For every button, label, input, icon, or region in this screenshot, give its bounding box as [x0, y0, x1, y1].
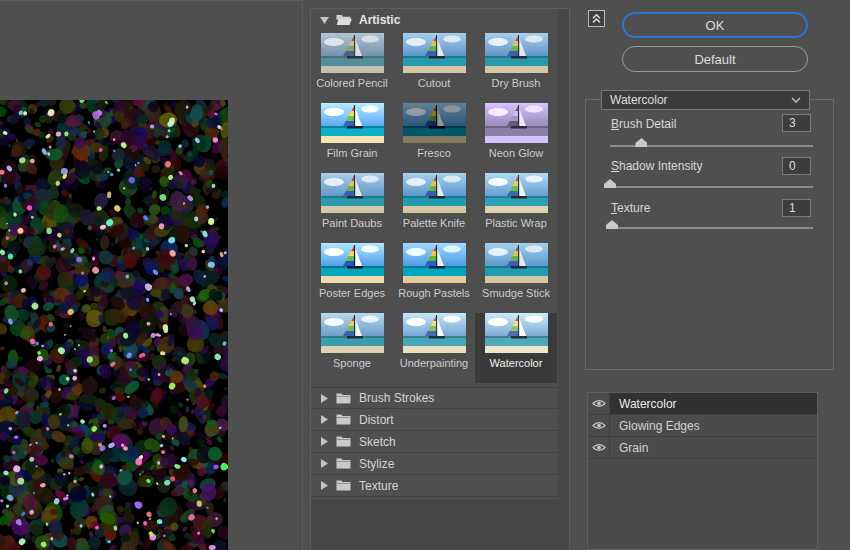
panel-top-bevel: [0, 0, 302, 1]
filter-gallery-list: Artistic Colored Pencil: [311, 9, 558, 500]
filter-gallery-panel: Artistic Colored Pencil: [310, 8, 570, 550]
thumbnail-image: [485, 313, 548, 353]
brush-detail-value[interactable]: 3: [782, 114, 811, 132]
shadow-intensity-slider-track[interactable]: [610, 186, 813, 188]
thumbnail-label: Dry Brush: [492, 77, 541, 89]
filter-options-groupbox: [585, 99, 834, 370]
collapsed-triangle-icon: [320, 459, 328, 468]
thumbnail-image: [321, 103, 384, 143]
collapsed-triangle-icon: [320, 437, 328, 446]
filter-thumb-rough-pastels[interactable]: Rough Pastels: [393, 243, 475, 313]
filter-thumb-fresco[interactable]: Fresco: [393, 103, 475, 173]
thumbnail-image: [403, 173, 466, 213]
thumbnail-image: [403, 313, 466, 353]
category-label: Brush Strokes: [359, 391, 434, 405]
thumbnail-image: [403, 33, 466, 73]
category-label: Distort: [359, 413, 394, 427]
chevron-down-icon: [791, 97, 801, 103]
filter-thumb-sponge[interactable]: Sponge: [311, 313, 393, 383]
texture-label: Texture: [611, 201, 650, 215]
collapsed-triangle-icon: [320, 394, 328, 403]
category-distort[interactable]: Distort: [311, 409, 558, 431]
brush-detail-label: Brush Detail: [611, 117, 676, 131]
category-label: Texture: [359, 479, 398, 493]
thumbnail-label: Smudge Stick: [482, 287, 550, 299]
thumbnail-label: Colored Pencil: [316, 77, 388, 89]
dropdown-selected-value: Watercolor: [610, 93, 791, 107]
eye-icon: [592, 443, 606, 452]
filter-thumb-plastic-wrap[interactable]: Plastic Wrap: [475, 173, 557, 243]
thumbnail-label: Neon Glow: [489, 147, 543, 159]
open-folder-icon: [336, 14, 352, 26]
thumbnail-image: [485, 103, 548, 143]
visibility-toggle[interactable]: [588, 415, 610, 436]
thumbnail-label: Cutout: [418, 77, 450, 89]
folder-icon: [336, 458, 351, 469]
category-texture[interactable]: Texture: [311, 475, 558, 497]
ok-button[interactable]: OK: [622, 12, 808, 38]
category-folder-list: Brush Strokes Distort Sketch Stylize Tex: [311, 387, 558, 497]
effect-layer-name: Watercolor: [610, 393, 817, 414]
filter-thumb-palette-knife[interactable]: Palette Knife: [393, 173, 475, 243]
thumbnail-label: Paint Daubs: [322, 217, 382, 229]
texture-value[interactable]: 1: [782, 199, 811, 217]
thumbnail-image: [403, 243, 466, 283]
thumbnail-label: Film Grain: [327, 147, 378, 159]
thumbnail-image: [321, 313, 384, 353]
filter-select-dropdown[interactable]: Watercolor: [601, 90, 810, 110]
folder-icon: [336, 480, 351, 491]
filter-thumb-paint-daubs[interactable]: Paint Daubs: [311, 173, 393, 243]
thumbnail-image: [485, 173, 548, 213]
preview-gallery-divider: [302, 0, 303, 550]
thumbnail-label: Rough Pastels: [398, 287, 470, 299]
folder-icon: [336, 414, 351, 425]
thumbnail-image: [321, 173, 384, 213]
texture-slider-track[interactable]: [610, 227, 813, 229]
filter-thumb-poster-edges[interactable]: Poster Edges: [311, 243, 393, 313]
eye-icon: [592, 421, 606, 430]
effect-layer-watercolor[interactable]: Watercolor: [588, 393, 817, 415]
filter-thumb-smudge-stick[interactable]: Smudge Stick: [475, 243, 557, 313]
filter-thumb-film-grain[interactable]: Film Grain: [311, 103, 393, 173]
collapsed-triangle-icon: [320, 415, 328, 424]
category-brush-strokes[interactable]: Brush Strokes: [311, 387, 558, 409]
filter-thumb-dry-brush[interactable]: Dry Brush: [475, 33, 557, 103]
thumbnail-image: [321, 33, 384, 73]
thumbnail-image: [403, 103, 466, 143]
category-stylize[interactable]: Stylize: [311, 453, 558, 475]
thumbnail-grid: Colored Pencil Cutout: [311, 33, 558, 383]
filter-thumb-cutout[interactable]: Cutout: [393, 33, 475, 103]
thumbnail-image: [485, 33, 548, 73]
effect-layer-name: Glowing Edges: [610, 415, 817, 436]
filter-settings-panel: OK Default Watercolor Brush Detail 3 Sha…: [570, 0, 850, 550]
visibility-toggle[interactable]: [588, 437, 610, 458]
thumbnail-label: Sponge: [333, 357, 371, 369]
thumbnail-label: Poster Edges: [319, 287, 385, 299]
filter-thumb-colored-pencil[interactable]: Colored Pencil: [311, 33, 393, 103]
expanded-triangle-icon: [320, 16, 329, 24]
category-label: Artistic: [359, 13, 400, 27]
thumbnail-label: Fresco: [417, 147, 451, 159]
effect-layers-list: Watercolor Glowing Edges Grain: [587, 392, 818, 550]
thumbnail-image: [485, 243, 548, 283]
category-sketch[interactable]: Sketch: [311, 431, 558, 453]
default-button[interactable]: Default: [622, 46, 808, 72]
filter-thumb-underpainting[interactable]: Underpainting: [393, 313, 475, 383]
category-label: Stylize: [359, 457, 394, 471]
filter-preview-image[interactable]: [0, 100, 228, 550]
thumbnail-label: Plastic Wrap: [485, 217, 547, 229]
category-artistic[interactable]: Artistic: [311, 9, 558, 31]
double-chevron-up-icon: [591, 13, 602, 24]
folder-icon: [336, 393, 351, 404]
collapse-panel-button[interactable]: [588, 10, 605, 27]
visibility-toggle[interactable]: [588, 393, 610, 414]
thumbnail-label: Palette Knife: [403, 217, 465, 229]
filter-thumb-watercolor-selected[interactable]: Watercolor: [475, 313, 557, 383]
effect-layer-grain[interactable]: Grain: [588, 437, 817, 459]
shadow-intensity-value[interactable]: 0: [782, 157, 811, 175]
collapsed-triangle-icon: [320, 481, 328, 490]
folder-icon: [336, 436, 351, 447]
effect-layer-glowing-edges[interactable]: Glowing Edges: [588, 415, 817, 437]
filter-thumb-neon-glow[interactable]: Neon Glow: [475, 103, 557, 173]
category-label: Sketch: [359, 435, 396, 449]
